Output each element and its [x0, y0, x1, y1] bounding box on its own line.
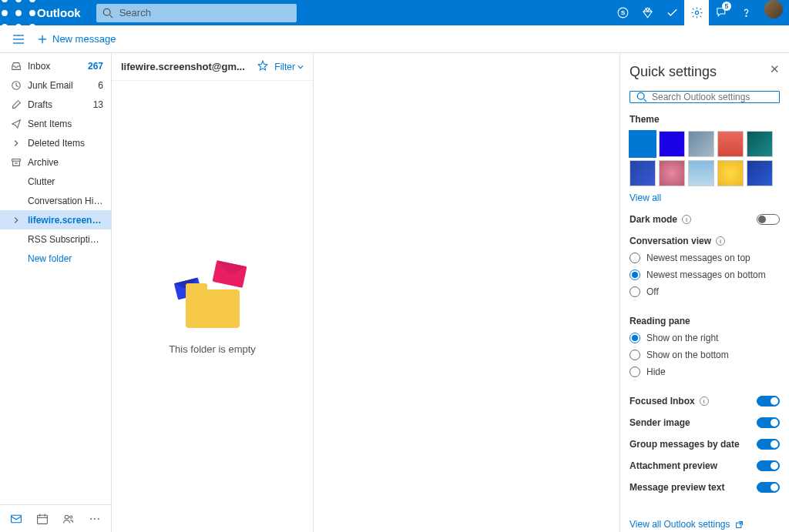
folder-item[interactable]: Archive [0, 152, 111, 172]
toggle-label: Sender image [630, 417, 690, 428]
premium-icon[interactable] [635, 0, 660, 25]
svg-point-31 [98, 517, 99, 519]
reading-pane-label: Reading pane [630, 316, 780, 326]
setting-toggle[interactable] [757, 396, 780, 407]
theme-tile[interactable] [717, 160, 744, 186]
radio-label: Hide [646, 366, 666, 377]
more-modules-icon[interactable] [86, 513, 104, 525]
user-avatar[interactable] [764, 0, 783, 18]
hamburger-menu[interactable] [0, 33, 37, 45]
info-icon[interactable]: i [700, 396, 709, 406]
close-icon[interactable]: ✕ [770, 62, 780, 76]
chevron-down-icon [297, 64, 304, 70]
new-message-button[interactable]: New message [37, 33, 116, 45]
view-all-settings-link[interactable]: View all Outlook settings [630, 504, 780, 530]
radio-option[interactable]: Newest messages on bottom [630, 269, 780, 280]
new-message-label: New message [52, 33, 116, 45]
calendar-module-icon[interactable] [33, 513, 52, 525]
folder-label: Sent Items [28, 119, 103, 129]
folder-item[interactable]: New folder [0, 249, 111, 268]
search-icon [102, 8, 113, 18]
chevron-icon [11, 215, 28, 226]
settings-search-box[interactable] [630, 91, 780, 103]
folder-item[interactable]: Inbox267 [0, 56, 111, 75]
folder-item[interactable]: Deleted Items [0, 133, 111, 152]
favorite-star-icon[interactable] [257, 60, 268, 73]
svg-line-10 [109, 15, 112, 18]
mail-module-icon[interactable] [7, 513, 25, 525]
svg-point-14 [745, 15, 746, 16]
skype-icon[interactable]: S [610, 0, 635, 25]
inbox-icon [11, 61, 28, 72]
info-icon[interactable]: i [682, 215, 691, 224]
folder-item[interactable]: Drafts13 [0, 95, 111, 114]
info-icon[interactable]: i [716, 236, 725, 246]
folder-label: Drafts [28, 99, 93, 110]
folder-item[interactable]: Junk Email6 [0, 75, 111, 95]
folder-label: RSS Subscriptions [28, 234, 103, 245]
radio-label: Show on the bottom [646, 350, 729, 360]
svg-rect-21 [12, 159, 21, 161]
dark-mode-toggle[interactable] [757, 214, 780, 225]
chat-icon[interactable]: 5 [709, 0, 734, 25]
view-all-settings-label: View all Outlook settings [630, 519, 730, 530]
theme-tile[interactable] [630, 160, 656, 186]
setting-toggle[interactable] [757, 482, 780, 493]
theme-tile[interactable] [688, 160, 714, 186]
radio-option[interactable]: Show on the bottom [630, 350, 780, 360]
svg-point-9 [103, 8, 110, 15]
people-module-icon[interactable] [59, 513, 78, 525]
radio-option[interactable]: Show on the right [630, 333, 780, 343]
settings-search-input[interactable] [652, 92, 773, 102]
folder-item[interactable]: Sent Items [0, 114, 111, 133]
theme-tile[interactable] [688, 131, 714, 157]
folder-item[interactable]: RSS Subscriptions [0, 229, 111, 249]
reading-pane-options: Show on the rightShow on the bottomHide [630, 333, 780, 383]
setting-toggle[interactable] [757, 417, 780, 428]
folder-item[interactable]: Clutter [0, 172, 111, 191]
setting-toggle[interactable] [757, 439, 780, 450]
folder-item[interactable]: lifewire.screensho... [0, 210, 111, 229]
folder-label: Clutter [28, 176, 103, 187]
svg-point-30 [94, 517, 96, 519]
theme-label: Theme [630, 114, 780, 125]
svg-point-3 [2, 10, 8, 16]
folder-count: 13 [93, 99, 103, 110]
svg-point-2 [29, 0, 35, 2]
search-input[interactable] [119, 7, 290, 18]
radio-option[interactable]: Newest messages on top [630, 253, 780, 263]
theme-grid [630, 131, 780, 186]
theme-tile[interactable] [717, 131, 744, 157]
top-bar: Outlook S 5 [0, 0, 789, 25]
folder-item[interactable]: Conversation Hist... [0, 191, 111, 210]
filter-button[interactable]: Filter [274, 62, 304, 72]
folder-title: lifewire.screenshot@gm... [121, 61, 251, 72]
radio-label: Off [646, 286, 659, 297]
draft-icon [11, 99, 28, 110]
folder-nav: Inbox267Junk Email6Drafts13Sent ItemsDel… [0, 53, 112, 532]
main-area: Inbox267Junk Email6Drafts13Sent ItemsDel… [0, 53, 789, 532]
radio-option[interactable]: Hide [630, 366, 780, 377]
theme-tile[interactable] [659, 131, 685, 157]
todo-icon[interactable] [660, 0, 684, 25]
app-launcher-icon[interactable] [0, 0, 37, 25]
radio-option[interactable]: Off [630, 286, 780, 297]
theme-tile[interactable] [747, 160, 773, 186]
theme-tile[interactable] [747, 131, 773, 157]
settings-title: Quick settings [630, 64, 780, 80]
setting-toggle[interactable] [757, 460, 780, 471]
search-box[interactable] [96, 4, 297, 22]
chevron-icon [11, 138, 28, 149]
folder-label: New folder [28, 253, 103, 264]
theme-tile[interactable] [630, 131, 656, 157]
svg-point-27 [65, 515, 69, 519]
settings-icon[interactable] [684, 0, 709, 25]
quick-settings-panel: ✕ Quick settings Theme View all Dark mod… [619, 53, 789, 532]
view-all-themes-link[interactable]: View all [630, 192, 780, 203]
help-icon[interactable] [734, 0, 758, 25]
svg-point-0 [2, 0, 8, 2]
svg-line-33 [644, 99, 647, 102]
folder-count: 267 [88, 61, 103, 72]
theme-tile[interactable] [659, 160, 685, 186]
empty-state: This folder is empty [112, 81, 313, 532]
